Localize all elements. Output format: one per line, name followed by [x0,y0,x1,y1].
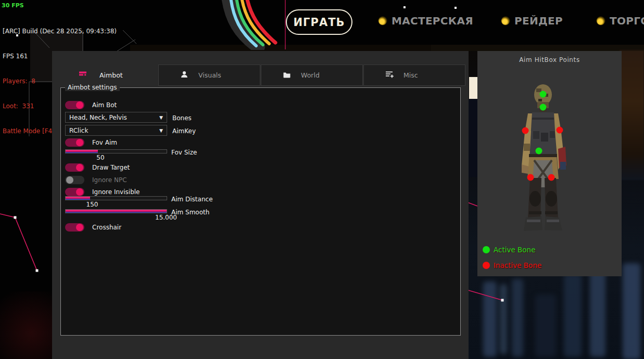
ignore-invisible-label: Ignore Invisible [92,188,140,196]
crosshair-toggle[interactable] [65,223,84,232]
menu-item-trade[interactable]: ТОРГОВЛЯ [597,15,644,27]
fov-size-label: Fov Size [171,149,197,156]
bone-dot-right-shoulder [557,127,563,134]
crosshair-row: Crosshair [65,223,121,232]
slider-fill [66,150,98,153]
legend-label: Active Bone [494,246,535,254]
sliders-icon [386,70,394,80]
chevron-down-icon: ▼ [159,115,163,120]
menu-item-label: РЕЙДЕР [514,15,563,27]
ignore-invisible-row: Ignore Invisible [65,187,140,196]
folder-icon [283,70,291,80]
hud-build: [ARC] Build (Dec 28 2025, 09:43:38) [3,22,117,36]
legend-inactive-bone: Inactive Bone [483,261,541,270]
tab-label: Misc [403,71,418,79]
bone-dot-neck [540,104,547,111]
toggle-knob [76,101,83,109]
pistol-icon [79,70,87,80]
hud-fps-overlay: 30 FPS [2,1,24,11]
bone-dot-layer [477,51,622,276]
ignore-npc-label: Ignore NPC [92,176,127,184]
fov-aim-toggle[interactable] [65,138,84,147]
fov-aim-label: Fov Aim [92,139,117,146]
person-icon [181,70,188,80]
aimkey-label: AimKey [172,127,196,135]
coin-icon [378,17,387,25]
aim-bot-row: Aim Bot [65,100,117,109]
slider-fill [66,210,167,213]
coin-icon [597,17,605,25]
bone-dot-left-hip [527,174,534,181]
toggle-knob [76,139,83,146]
menu-item-raider[interactable]: РЕЙДЕР [501,15,563,27]
aim-distance-slider[interactable] [65,196,167,200]
fov-size-value: 50 [65,154,136,161]
tab-label: Visuals [198,71,221,79]
tab-label: Aimbot [99,71,123,79]
ignore-npc-toggle[interactable] [65,176,84,184]
tab-aimbot[interactable]: Aimbot [56,65,158,86]
menu-item-label: МАСТЕРСКАЯ [392,15,473,27]
coin-icon [501,17,510,25]
tab-world[interactable]: World [261,65,363,86]
bones-dropdown-value: Head, Neck, Pelvis [69,114,127,121]
legend-active-bone: Active Bone [483,246,535,254]
aimkey-dropdown[interactable]: RClick ▼ [65,125,167,136]
cheat-window: Aimbot Visuals World Mi [52,51,469,359]
draw-target-toggle[interactable] [65,163,84,172]
fov-size-slider[interactable] [65,149,167,153]
bone-dot-right-hip [548,174,555,181]
group-title: Aimbot settings [65,84,120,91]
aimkey-dropdown-value: RClick [69,127,88,134]
toggle-knob [66,176,73,184]
ignore-npc-row: Ignore NPC [65,175,127,184]
crosshair-label: Crosshair [92,224,121,231]
bones-label: Bones [172,114,192,122]
bone-dot-head [540,91,547,98]
fov-aim-row: Fov Aim [65,138,117,147]
aim-distance-label: Aim Distance [171,196,213,203]
aim-smooth-label: Aim Smooth [171,209,209,216]
slider-fill [66,197,90,200]
toggle-knob [76,224,83,231]
active-bone-dot-icon [483,246,490,253]
inactive-bone-dot-icon [483,262,490,269]
ignore-invisible-toggle[interactable] [65,188,84,196]
draw-target-label: Draw Target [92,164,130,171]
play-button[interactable]: ИГРАТЬ [286,9,352,35]
legend-label: Inactive Bone [494,261,541,270]
menu-item-workshop[interactable]: МАСТЕРСКАЯ [378,15,473,27]
tab-misc[interactable]: Misc [363,65,465,86]
draw-target-row: Draw Target [65,163,130,172]
hitbox-panel: Aim HitBox Points [477,51,622,276]
bone-dot-left-shoulder [522,127,529,134]
chevron-down-icon: ▼ [159,128,163,133]
aim-bot-label: Aim Bot [92,101,117,109]
toggle-knob [76,188,83,196]
bones-dropdown[interactable]: Head, Neck, Pelvis ▼ [65,112,167,123]
aimbot-settings-group: Aimbot settings Aim Bot Head, Neck, Pelv… [60,87,461,336]
tab-label: World [301,71,320,79]
tab-visuals[interactable]: Visuals [158,65,260,86]
menu-item-label: ТОРГОВЛЯ [610,15,644,27]
aim-smooth-slider[interactable] [65,209,167,213]
aim-distance-value: 150 [65,201,119,208]
aim-bot-toggle[interactable] [65,101,84,109]
toggle-knob [76,164,83,171]
bone-dot-spine [536,148,542,155]
